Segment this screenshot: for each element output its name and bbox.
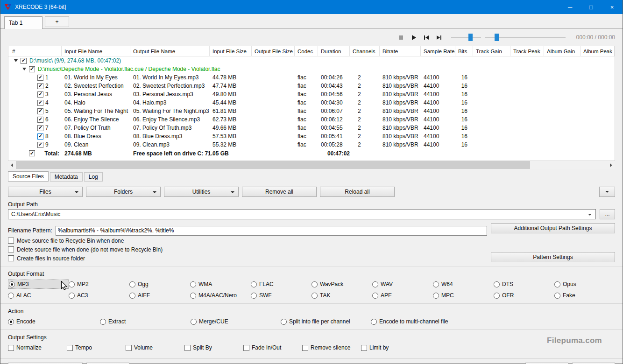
format-option[interactable]: FLAC [251, 280, 312, 289]
row-checkbox[interactable] [37, 100, 43, 106]
reload-all-button[interactable]: Reload all [320, 187, 395, 197]
utilities-dropdown-button[interactable]: Utilities [164, 187, 239, 197]
row-checkbox[interactable] [37, 91, 43, 98]
column-header[interactable]: # [8, 46, 62, 56]
next-track-button[interactable] [435, 33, 443, 42]
source-tab[interactable]: Log [84, 172, 103, 182]
table-row[interactable]: 1 01. World In My Eyes 01. World In My E… [8, 73, 615, 82]
more-dropdown-button[interactable] [599, 187, 615, 197]
tab-1[interactable]: Tab 1 [4, 16, 42, 29]
action-option[interactable]: Encode to multi-channel file [371, 317, 615, 326]
action-option[interactable]: Encode [8, 317, 100, 326]
column-header[interactable]: Track Gain [473, 46, 510, 56]
column-header[interactable]: Album Gain [544, 46, 581, 56]
source-tab[interactable]: Metadata [50, 172, 83, 182]
group-row-cue[interactable]: D:\music\Depeche Mode - Violator.flac.cu… [8, 65, 615, 73]
table-row[interactable]: 2 02. Sweetest Perfection 02. Sweetest P… [8, 82, 615, 90]
format-option[interactable]: TAK [312, 291, 372, 300]
table-row[interactable]: 9 09. Clean 09. Clean.mp3 55.32 MB flac … [8, 140, 615, 149]
row-checkbox[interactable] [37, 133, 43, 140]
format-option[interactable]: Fake [554, 291, 615, 300]
column-header[interactable]: Input File Size [210, 46, 252, 56]
format-option[interactable]: Ogg [129, 280, 190, 289]
folders-dropdown-button[interactable]: Folders [86, 187, 161, 197]
volume-slider-track[interactable] [451, 37, 481, 38]
scrollbar-track[interactable] [16, 161, 607, 169]
table-row[interactable]: 7 07. Policy Of Truth 07. Policy Of Trut… [8, 124, 615, 132]
table-row[interactable]: 4 04. Halo 04. Halo.mp3 45.44 MB flac 00… [8, 98, 615, 107]
column-header[interactable]: Album Peak [581, 46, 615, 56]
total-checkbox[interactable] [29, 150, 35, 156]
format-option[interactable]: WavPack [312, 280, 372, 289]
action-option[interactable]: Merge/CUE [191, 317, 281, 326]
output-path-option[interactable]: Create files in source folder [8, 254, 487, 263]
row-checkbox[interactable] [37, 117, 43, 123]
group-checkbox[interactable] [21, 58, 27, 64]
output-setting-option[interactable]: Remove silence [302, 343, 361, 352]
column-header[interactable]: Output File Size [252, 46, 295, 56]
maximize-button[interactable]: □ [581, 0, 602, 14]
column-header[interactable]: Duration [318, 46, 350, 56]
volume-slider[interactable] [451, 33, 481, 42]
output-setting-option[interactable]: Volume [126, 343, 184, 352]
format-option[interactable]: MP3 [8, 280, 69, 289]
format-option[interactable]: ALAC [8, 291, 69, 300]
filename-pattern-input[interactable] [56, 226, 487, 236]
output-path-option[interactable]: Delete source file when done (do not mov… [8, 245, 487, 254]
action-option[interactable]: Extract [100, 317, 191, 326]
column-header[interactable]: Output File Name [130, 46, 210, 56]
group-checkbox[interactable] [29, 66, 35, 72]
column-header[interactable]: Channels [350, 46, 380, 56]
app-logo-icon[interactable] [4, 3, 12, 11]
action-option[interactable]: Split into file per channel [281, 317, 371, 326]
format-option[interactable]: WMA [190, 280, 251, 289]
column-header[interactable]: Codec [295, 46, 318, 56]
play-button[interactable] [410, 33, 418, 42]
previous-track-button[interactable] [422, 33, 431, 42]
row-checkbox[interactable] [37, 83, 43, 89]
output-setting-option[interactable]: Normalize [8, 343, 67, 352]
format-option[interactable]: AC3 [69, 291, 129, 300]
column-header[interactable]: Sample Rate [421, 46, 455, 56]
additional-output-path-settings-button[interactable]: Additional Output Path Settings [491, 223, 615, 233]
files-dropdown-button[interactable]: Files [8, 187, 83, 197]
collapse-arrow-icon[interactable] [22, 68, 26, 70]
column-header[interactable]: Track Peak [510, 46, 544, 56]
output-path-option[interactable]: Move source file to Recycle Bin when don… [8, 236, 487, 245]
table-row[interactable]: 3 03. Personal Jesus 03. Personal Jesus.… [8, 90, 615, 98]
scrollbar-thumb[interactable] [16, 161, 530, 169]
format-option[interactable]: WAV [372, 280, 433, 289]
table-row[interactable]: 5 05. Waiting For The Night 05. Waiting … [8, 107, 615, 115]
output-setting-option[interactable]: Tempo [67, 343, 126, 352]
row-checkbox[interactable] [37, 125, 43, 131]
add-tab-button[interactable]: + [45, 16, 69, 27]
format-option[interactable]: M4A/AAC/Nero [190, 291, 251, 300]
format-option[interactable]: W64 [433, 280, 494, 289]
stop-button[interactable] [397, 33, 405, 42]
seek-slider[interactable] [485, 33, 566, 42]
table-row[interactable]: 8 08. Blue Dress 08. Blue Dress.mp3 57.5… [8, 132, 615, 140]
format-option[interactable]: DTS [494, 280, 554, 289]
scroll-right-button[interactable] [607, 161, 615, 169]
format-option[interactable]: SWF [251, 291, 312, 300]
format-option[interactable]: APE [372, 291, 433, 300]
row-checkbox[interactable] [37, 75, 43, 81]
collapse-arrow-icon[interactable] [14, 59, 18, 62]
output-path-combobox[interactable]: C:\Users\Erix\Music [8, 209, 596, 219]
close-button[interactable]: × [602, 0, 623, 14]
format-option[interactable]: MPC [433, 291, 494, 300]
seek-slider-thumb[interactable] [495, 34, 499, 41]
column-header[interactable]: Bitrate [380, 46, 421, 56]
column-header[interactable]: Bits [455, 46, 473, 56]
browse-button[interactable]: ... [600, 209, 615, 219]
minimize-button[interactable]: ─ [559, 0, 581, 14]
row-checkbox[interactable] [37, 108, 43, 114]
output-setting-option[interactable]: Split By [184, 343, 243, 352]
pattern-settings-button[interactable]: Pattern Settings [491, 252, 615, 262]
group-row-folder[interactable]: D:\music\ (9/9, 274.68 MB, 00:47:02) [8, 56, 615, 65]
output-setting-option[interactable]: Fade In/Out [243, 343, 302, 352]
scroll-left-button[interactable] [8, 161, 16, 169]
remove-all-button[interactable]: Remove all [242, 187, 317, 197]
horizontal-scrollbar[interactable] [8, 161, 615, 169]
volume-slider-thumb[interactable] [468, 34, 473, 41]
